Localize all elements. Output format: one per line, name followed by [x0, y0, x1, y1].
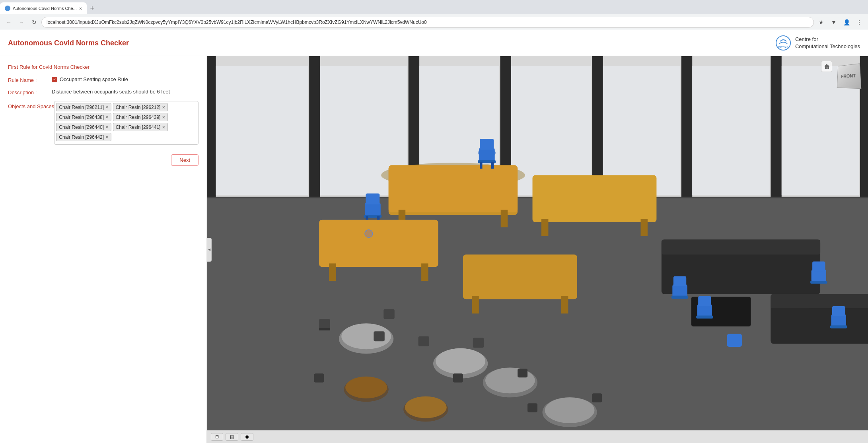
svg-rect-34	[365, 202, 381, 216]
svg-rect-44	[561, 296, 568, 314]
svg-rect-43	[472, 296, 479, 314]
left-side-panel[interactable]: ◀	[207, 238, 212, 262]
tab-close-icon[interactable]: ×	[79, 6, 82, 12]
panel-arrow-icon: ◀	[208, 248, 210, 251]
bookmark-icon[interactable]: ★	[815, 17, 827, 28]
objects-row-3: Chair Resin [296440] × Chair Resin [2964…	[56, 123, 197, 131]
toolbar-icons: ★ ▼ 👤 ⋮	[815, 17, 865, 28]
svg-rect-57	[696, 315, 713, 318]
svg-rect-71	[319, 328, 330, 330]
svg-rect-49	[662, 240, 820, 255]
3d-scene-svg	[207, 56, 868, 443]
nav-cube-shape: FRONT	[837, 63, 862, 89]
svg-rect-84	[314, 373, 324, 382]
tag-remove-icon[interactable]: ×	[105, 114, 109, 120]
tag-label: Chair Resin [296441]	[116, 124, 161, 130]
svg-rect-72	[383, 309, 394, 319]
tag-label: Chair Resin [296442]	[59, 134, 104, 140]
svg-rect-88	[527, 403, 537, 412]
svg-rect-58	[698, 296, 711, 306]
home-icon	[823, 63, 830, 70]
svg-rect-65	[727, 334, 742, 347]
toolbar-btn-1[interactable]: ⊞	[211, 433, 223, 441]
tag-label: Chair Resin [296211]	[59, 105, 104, 110]
toolbar-btn-3[interactable]: ◉	[241, 433, 253, 441]
svg-rect-60	[810, 281, 827, 284]
svg-text:CCTech: CCTech	[778, 46, 788, 49]
home-button[interactable]	[821, 61, 832, 72]
description-row: Description : Distance between occupants…	[8, 89, 199, 95]
svg-rect-86	[453, 373, 463, 382]
tag-remove-icon[interactable]: ×	[105, 104, 109, 110]
description-value: Distance between occupants seats should …	[52, 89, 199, 95]
menu-icon[interactable]: ⋮	[854, 17, 865, 28]
left-panel: First Rule for Covid Norms Checker Rule …	[0, 56, 207, 443]
app-title: Autonomous Covid Norms Checker	[8, 39, 129, 47]
rule-checkbox[interactable]	[52, 77, 57, 82]
tag-label: Chair Resin [296438]	[59, 115, 104, 120]
logo-line2: Computational Technologies	[795, 43, 860, 50]
rule-name-row: Rule Name : Occupant Seating space Rule	[8, 76, 199, 83]
svg-point-90	[365, 230, 373, 238]
tag-remove-icon[interactable]: ×	[105, 134, 109, 140]
svg-point-83	[545, 397, 595, 423]
objects-container: Chair Resin [296211] × Chair Resin [2962…	[54, 101, 199, 145]
toolbar-btn-2[interactable]: ▤	[226, 433, 238, 441]
tab-title: Autonomous Covid Norms Che...	[13, 6, 77, 11]
tab-favicon	[5, 6, 10, 11]
svg-rect-18	[692, 66, 770, 195]
svg-rect-45	[533, 175, 657, 222]
rule-name-label: Rule Name :	[8, 76, 52, 83]
tag-label: Chair Resin [296212]	[116, 105, 161, 110]
description-label: Description :	[8, 89, 52, 95]
svg-point-77	[345, 377, 387, 398]
svg-rect-87	[518, 369, 527, 377]
right-panel: FRONT ◀ ⊞ ▤ ◉	[207, 56, 868, 443]
svg-rect-54	[671, 296, 688, 299]
nav-cube[interactable]: FRONT	[836, 64, 860, 88]
next-button[interactable]: Next	[171, 154, 199, 166]
tag-remove-icon[interactable]: ×	[162, 104, 165, 110]
logo-line1: Centre for	[795, 36, 860, 43]
objects-label: Objects and Spaces	[8, 101, 54, 109]
svg-rect-40	[329, 263, 336, 281]
objects-row-4: Chair Resin [296442] ×	[56, 133, 197, 141]
svg-rect-11	[860, 56, 868, 210]
svg-rect-31	[480, 139, 494, 150]
app-body: First Rule for Covid Norms Checker Rule …	[0, 56, 868, 443]
tag-label: Chair Resin [296439]	[116, 115, 161, 120]
svg-rect-39	[319, 220, 438, 267]
list-item: Chair Resin [296441] ×	[113, 123, 168, 131]
svg-rect-46	[541, 219, 548, 236]
tag-remove-icon[interactable]: ×	[105, 124, 109, 130]
viewport-toolbar: ⊞ ▤ ◉	[207, 430, 868, 443]
back-button[interactable]: ←	[3, 17, 14, 28]
browser-toolbar: ← → ↻ ★ ▼ 👤 ⋮	[0, 14, 868, 30]
svg-rect-64	[832, 306, 845, 316]
svg-rect-32	[480, 162, 482, 169]
rule-name-value: Occupant Seating space Rule	[52, 76, 199, 82]
reload-button[interactable]: ↻	[29, 17, 40, 28]
logo-text: Centre for Computational Technologies	[795, 36, 860, 50]
svg-rect-29	[479, 148, 495, 162]
svg-rect-9	[681, 56, 692, 210]
svg-rect-61	[812, 261, 825, 271]
address-bar[interactable]	[41, 17, 814, 28]
list-item: Chair Resin [296439] ×	[113, 113, 168, 121]
profile-icon[interactable]: 👤	[841, 17, 852, 28]
svg-rect-5	[309, 56, 320, 210]
forward-button[interactable]: →	[16, 17, 27, 28]
svg-rect-73	[374, 331, 384, 341]
svg-point-69	[436, 348, 485, 374]
svg-rect-36	[366, 194, 380, 204]
svg-rect-52	[771, 294, 868, 308]
rule-name-text: Occupant Seating space Rule	[60, 76, 128, 82]
tag-remove-icon[interactable]: ×	[162, 124, 165, 130]
svg-rect-63	[830, 325, 847, 328]
active-tab[interactable]: Autonomous Covid Norms Che... ×	[0, 2, 87, 14]
list-item: Chair Resin [296211] ×	[56, 103, 111, 111]
tag-remove-icon[interactable]: ×	[162, 114, 165, 120]
new-tab-button[interactable]: +	[87, 2, 97, 14]
svg-rect-41	[421, 263, 428, 281]
extensions-icon[interactable]: ▼	[828, 17, 839, 28]
